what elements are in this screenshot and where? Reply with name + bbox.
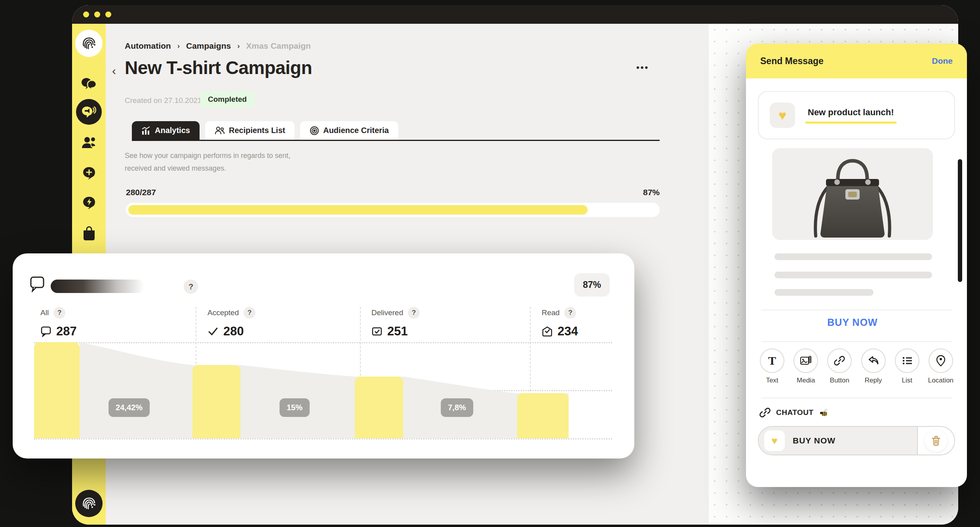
bubble-plus-icon: [82, 166, 96, 180]
tab-analytics[interactable]: Analytics: [132, 121, 200, 140]
buy-now-link[interactable]: BUY NOW: [772, 317, 933, 328]
bubble-lightning-icon: [82, 196, 96, 209]
tool-location[interactable]: Location: [925, 348, 957, 384]
chat-bubbles-icon: [81, 77, 97, 92]
message-title-card[interactable]: ♥ New product launch!: [758, 91, 955, 139]
status-badge: Completed: [200, 91, 255, 108]
tool-text[interactable]: T Text: [756, 348, 788, 384]
stat-value: 287: [56, 324, 77, 339]
help-icon[interactable]: ?: [564, 307, 576, 319]
drop-rate-pill: 15%: [280, 398, 310, 417]
progress-bar: [126, 203, 660, 217]
sidebar-item-chats[interactable]: [72, 77, 106, 92]
check-icon: [207, 326, 219, 337]
help-icon[interactable]: ?: [408, 307, 420, 319]
tab-underline: [132, 140, 660, 141]
stage: Automation › Campaigns › Xmas Campaign ‹…: [0, 0, 980, 527]
tool-list[interactable]: List: [891, 348, 923, 384]
page-title: New T-shirt Campaign: [125, 57, 312, 78]
buy-now-button[interactable]: ♥ BUY NOW: [759, 427, 918, 455]
panel-scrollbar-thumb[interactable]: [958, 159, 962, 282]
fingerprint-logo-icon: [80, 495, 98, 512]
tab-label: Analytics: [155, 126, 190, 135]
tab-bar: Analytics Recipients List: [132, 121, 398, 140]
stat-value: 280: [223, 324, 244, 339]
funnel-bar: [34, 342, 80, 438]
tool-label: Reply: [865, 377, 882, 384]
window-control-close[interactable]: [83, 11, 89, 17]
fingerprint-logo-icon: [80, 35, 98, 52]
heart-icon: ♥: [771, 436, 777, 446]
user-avatar-logo[interactable]: [75, 490, 103, 517]
sidebar-item-shop[interactable]: [72, 226, 106, 241]
funnel-area-path: [80, 342, 569, 438]
reply-arrow-icon: [868, 356, 879, 366]
delete-button[interactable]: [925, 430, 947, 452]
divider: [761, 310, 952, 310]
delete-button-section: [918, 427, 954, 455]
funnel-analytics-card: ? 87% All ? 287 Accepted ?: [13, 253, 634, 459]
gradient-legend-bar: [51, 280, 144, 293]
drop-rate-pill: 24,42%: [108, 398, 150, 417]
sidebar-item-contacts[interactable]: [72, 135, 106, 150]
created-date: Created on 27.10.2021: [125, 96, 202, 105]
help-icon[interactable]: ?: [53, 307, 65, 319]
help-icon[interactable]: ?: [244, 307, 255, 319]
done-button[interactable]: Done: [932, 56, 953, 66]
overall-rate-badge: 87%: [574, 273, 610, 297]
media-icon: [800, 356, 812, 366]
tool-button[interactable]: Button: [824, 348, 855, 384]
breadcrumb-separator: ›: [237, 42, 240, 50]
sidebar-item-campaigns-active[interactable]: [76, 99, 102, 125]
heart-icon: ♥: [778, 108, 786, 122]
stat-all: All ? 287: [40, 307, 77, 339]
trash-icon: [931, 436, 941, 446]
tab-label: Audience Criteria: [323, 126, 389, 135]
window-control-minimize[interactable]: [94, 11, 100, 17]
drop-rate-pill: 7,8%: [441, 398, 473, 417]
tab-recipients-list[interactable]: Recipients List: [205, 121, 295, 140]
tab-label: Recipients List: [229, 126, 285, 135]
location-pin-icon: [936, 355, 946, 367]
app-logo[interactable]: [75, 30, 103, 57]
envelope-check-icon: [371, 326, 382, 337]
tool-label: Location: [928, 377, 953, 384]
tab-audience-criteria[interactable]: Audience Criteria: [300, 121, 398, 140]
progress-percent: 87%: [620, 188, 660, 197]
text-placeholder-line: [774, 289, 873, 296]
breadcrumb-campaigns[interactable]: Campaigns: [186, 41, 231, 51]
text-icon: T: [768, 354, 776, 367]
message-bubble-icon: [30, 276, 46, 292]
window-titlebar: [72, 5, 958, 24]
buy-now-button-row: ♥ BUY NOW: [758, 426, 955, 455]
tool-media[interactable]: Media: [790, 348, 822, 384]
breadcrumb-current: Xmas Campaign: [246, 41, 311, 51]
breadcrumb-separator: ›: [177, 42, 180, 50]
message-title-input[interactable]: New product launch!: [805, 107, 896, 124]
help-icon[interactable]: ?: [184, 280, 198, 294]
funnel-bar: [355, 377, 403, 438]
open-envelope-check-icon: [542, 326, 553, 337]
chatout-row: CHATOUT: [759, 407, 829, 418]
tool-label: List: [902, 377, 912, 384]
product-image-preview[interactable]: [772, 148, 933, 240]
stat-value: 234: [558, 324, 578, 339]
stat-label: Accepted: [207, 308, 239, 317]
window-control-maximize[interactable]: [105, 11, 111, 17]
shopping-bag-icon: [82, 226, 96, 241]
tool-reply[interactable]: Reply: [858, 348, 889, 384]
breadcrumb-automation[interactable]: Automation: [125, 41, 171, 51]
message-tools-row: T Text Media: [756, 348, 957, 384]
recipients-users-icon: [215, 126, 225, 135]
tool-label: Text: [766, 377, 778, 384]
progress-count: 280/287: [126, 188, 156, 197]
stat-delivered: Delivered ? 251: [371, 307, 420, 339]
bee-emoji-icon: [819, 408, 829, 417]
back-button[interactable]: ‹: [112, 64, 116, 78]
more-options-button[interactable]: •••: [636, 63, 649, 73]
sidebar-item-automation[interactable]: [72, 196, 106, 209]
divider: [761, 341, 952, 342]
tool-label: Button: [830, 377, 849, 384]
heart-emoji-tile: ♥: [764, 430, 785, 451]
sidebar-item-new-chat[interactable]: [72, 166, 106, 180]
